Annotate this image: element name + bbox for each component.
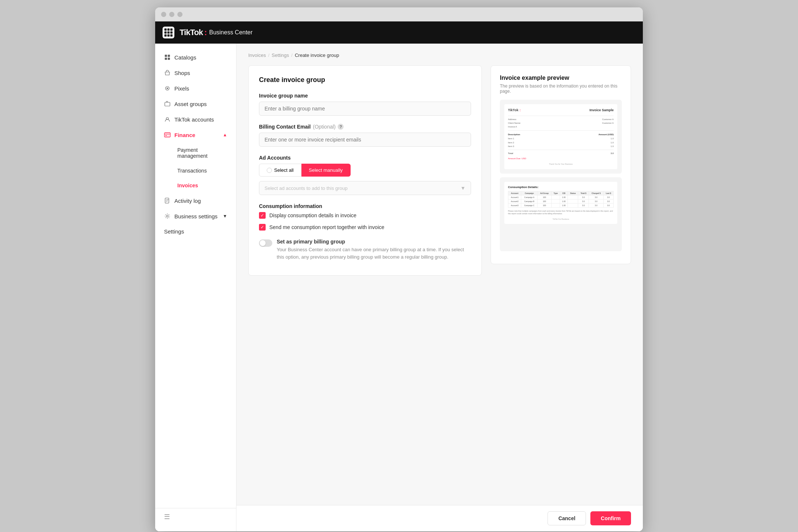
sidebar-item-pixels[interactable]: Pixels bbox=[155, 81, 236, 96]
breadcrumb-sep-1: / bbox=[268, 52, 270, 58]
consumption-label: Consumption information bbox=[259, 203, 471, 209]
col-cid: CID bbox=[560, 191, 568, 195]
preview-subtitle: The preview is based on the information … bbox=[500, 83, 622, 94]
invoice-logo: TikTok: bbox=[508, 108, 521, 113]
group-name-input[interactable] bbox=[259, 102, 471, 116]
logo-colon: : bbox=[204, 28, 207, 37]
svg-rect-10 bbox=[166, 135, 167, 136]
sidebar-item-shops[interactable]: Shops bbox=[155, 65, 236, 81]
invoice-separator-2 bbox=[508, 130, 614, 131]
business-settings-chevron-icon: ▼ bbox=[223, 214, 227, 219]
select-all-button[interactable]: Select all bbox=[259, 164, 301, 177]
checkbox-display-label: Display consumption details in invoice bbox=[269, 212, 357, 218]
checkbox-display-box: ✓ bbox=[259, 212, 266, 219]
sidebar-label-invoices: Invoices bbox=[177, 183, 198, 188]
sidebar-item-finance[interactable]: Finance ▲ bbox=[155, 127, 236, 143]
collapse-icon[interactable]: ☰ bbox=[164, 513, 170, 521]
checkbox-display-check: ✓ bbox=[260, 213, 264, 218]
ad-accounts-dropdown[interactable]: Select ad accounts to add to this group … bbox=[259, 181, 471, 195]
primary-billing-row: Set as primary billing group Your Busine… bbox=[259, 239, 471, 260]
consumption-row-2: Account2 Campaign B 100 1.00 3.0 bbox=[508, 200, 614, 204]
sidebar-label-finance: Finance bbox=[174, 132, 195, 138]
breadcrumb-invoices[interactable]: Invoices bbox=[248, 52, 266, 58]
consumption-footer: TikTok For Business bbox=[508, 218, 614, 220]
col-adgroup: Ad Group bbox=[538, 191, 552, 195]
toggle-knob bbox=[260, 240, 266, 246]
checkbox-send-report[interactable]: ✓ Send me consumption report together wi… bbox=[259, 224, 471, 231]
svg-rect-1 bbox=[168, 55, 170, 57]
logo-dot: : bbox=[519, 108, 521, 113]
finance-chevron-icon: ▲ bbox=[223, 132, 227, 137]
col-last: Last $ bbox=[603, 191, 613, 195]
table-row-2: Item 21.0 bbox=[508, 141, 614, 144]
sidebar-item-activity-log[interactable]: Activity log bbox=[155, 193, 236, 208]
sidebar: Catalogs Shops Pixels bbox=[155, 44, 236, 531]
svg-point-5 bbox=[167, 88, 168, 89]
sidebar-label-transactions: Transactions bbox=[177, 168, 207, 174]
invoice-preview-card: TikTok: Invoice Sample Address: Customer… bbox=[500, 100, 622, 174]
group-name-label: Invoice group name bbox=[259, 93, 471, 99]
table-row-1: Item 11.0 bbox=[508, 137, 614, 140]
ad-accounts-label: Ad Accounts bbox=[259, 155, 471, 161]
svg-rect-3 bbox=[168, 58, 170, 60]
grid-dots bbox=[164, 28, 173, 37]
select-all-radio bbox=[267, 168, 272, 173]
finance-submenu: Payment management Transactions Invoices bbox=[155, 143, 236, 193]
content-footer: Cancel Confirm bbox=[236, 505, 643, 531]
sidebar-bottom: ☰ bbox=[155, 508, 236, 525]
billing-email-help-icon[interactable]: ? bbox=[338, 124, 344, 130]
browser-window: TikTok : Business Center Catalogs bbox=[155, 7, 643, 531]
breadcrumb: Invoices / Settings / Create invoice gro… bbox=[248, 52, 631, 58]
cancel-button[interactable]: Cancel bbox=[548, 511, 586, 525]
invoice-separator bbox=[508, 116, 614, 116]
invoice-sample-label: Invoice Sample bbox=[589, 108, 614, 113]
shop-icon bbox=[164, 69, 171, 76]
preview-panel: Invoice example preview The preview is b… bbox=[491, 65, 631, 264]
sidebar-label-asset-groups: Asset groups bbox=[174, 101, 207, 107]
main-content: Invoices / Settings / Create invoice gro… bbox=[236, 44, 643, 531]
sidebar-item-payment-management[interactable]: Payment management bbox=[164, 143, 236, 163]
svg-rect-0 bbox=[165, 55, 167, 57]
form-panel: Create invoice group Invoice group name bbox=[248, 65, 482, 276]
form-title: Create invoice group bbox=[259, 76, 471, 84]
col-total: Total $ bbox=[578, 191, 589, 195]
svg-rect-2 bbox=[165, 58, 167, 60]
sidebar-label-shops: Shops bbox=[174, 70, 190, 76]
billing-email-input[interactable] bbox=[259, 133, 471, 147]
primary-billing-toggle[interactable] bbox=[259, 239, 272, 247]
consumption-preview-card: Consumption Details: Account Campaign Ad… bbox=[500, 177, 622, 251]
confirm-button[interactable]: Confirm bbox=[590, 511, 631, 525]
sidebar-item-transactions[interactable]: Transactions bbox=[164, 163, 236, 178]
apps-icon[interactable] bbox=[163, 27, 174, 38]
sidebar-item-asset-groups[interactable]: Asset groups bbox=[155, 96, 236, 112]
optional-tag: (Optional) bbox=[313, 124, 335, 130]
checkbox-report-check: ✓ bbox=[260, 225, 264, 229]
consumption-table: Account Campaign Ad Group Type CID Statu… bbox=[508, 191, 614, 208]
sidebar-item-tiktok-accounts[interactable]: TikTok accounts bbox=[155, 112, 236, 127]
col-charged: Charged $ bbox=[589, 191, 604, 195]
invoice-mini: TikTok: Invoice Sample Address: Customer… bbox=[504, 104, 617, 169]
sidebar-label-activity-log: Activity log bbox=[174, 198, 201, 204]
consumption-row-3: Account3 Campaign C 100 1.00 3.0 bbox=[508, 204, 614, 208]
select-manually-button[interactable]: Select manually bbox=[301, 164, 351, 177]
sidebar-label-pixels: Pixels bbox=[174, 85, 189, 92]
total-row: Total3.0 bbox=[508, 151, 614, 155]
billing-email-field: Billing Contact Email (Optional) ? bbox=[259, 124, 471, 147]
svg-rect-8 bbox=[164, 133, 170, 137]
activity-log-icon bbox=[164, 197, 171, 204]
dropdown-chevron-icon: ▼ bbox=[460, 185, 466, 191]
sidebar-item-invoices[interactable]: Invoices bbox=[164, 178, 236, 193]
browser-dot-3 bbox=[177, 12, 183, 17]
invoice-row-2: Client Name: Customer A bbox=[508, 121, 614, 125]
sidebar-item-business-settings[interactable]: Business settings ▼ bbox=[155, 208, 236, 224]
breadcrumb-settings[interactable]: Settings bbox=[272, 52, 289, 58]
sidebar-label-business-settings: Business settings bbox=[174, 213, 218, 219]
tiktok-account-icon bbox=[164, 116, 171, 123]
breadcrumb-sep-2: / bbox=[291, 52, 293, 58]
checkbox-display-details[interactable]: ✓ Display consumption details in invoice bbox=[259, 212, 471, 219]
group-name-field: Invoice group name bbox=[259, 93, 471, 116]
business-center-label: Business Center bbox=[209, 29, 252, 36]
sidebar-item-settings[interactable]: Settings bbox=[155, 224, 236, 239]
sidebar-item-catalogs[interactable]: Catalogs bbox=[155, 50, 236, 65]
primary-billing-desc: Your Business Center account can have on… bbox=[277, 246, 471, 260]
